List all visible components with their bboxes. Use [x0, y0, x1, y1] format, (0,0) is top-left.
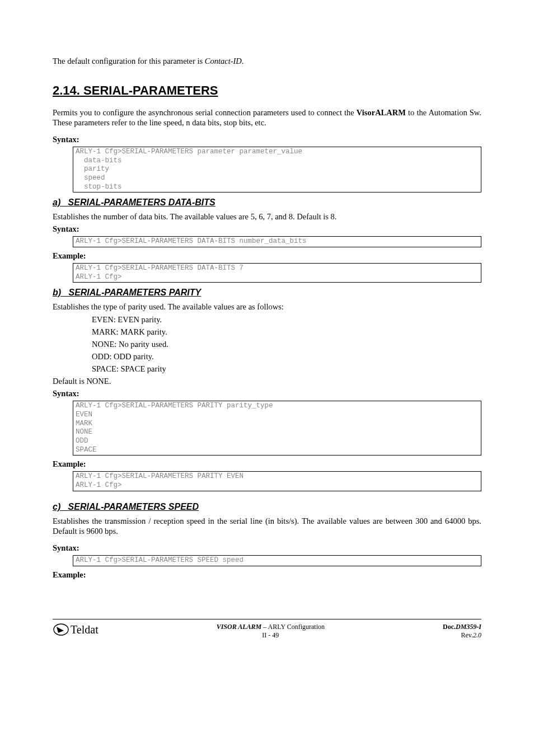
- syntax-code-block: ARLY-1 Cfg>SERIAL-PARAMETERS parameter p…: [73, 147, 481, 192]
- parity-option-mark: MARK: MARK parity.: [92, 327, 481, 337]
- footer-logo-text: Teldat: [71, 623, 99, 637]
- footer-center: VISOR ALARM – ARLY Configuration II - 49: [99, 623, 443, 640]
- footer-rev-label: Rev.: [461, 631, 473, 639]
- section-number: 2.14.: [53, 83, 80, 97]
- subsection-c-desc: Establishes the transmission / reception…: [53, 516, 481, 536]
- footer-rev-value: 2.0: [473, 631, 481, 639]
- intro-text-em: Contact-ID: [205, 57, 242, 65]
- parity-option-space: SPACE: SPACE parity: [92, 364, 481, 374]
- subsection-b-syntax-code: ARLY-1 Cfg>SERIAL-PARAMETERS PARITY pari…: [73, 401, 481, 456]
- subsection-a-syntax-code: ARLY-1 Cfg>SERIAL-PARAMETERS DATA-BITS n…: [73, 236, 481, 247]
- section-desc-pre: Permits you to configure the asynchronou…: [53, 108, 357, 117]
- parity-option-none: NONE: No parity used.: [92, 339, 481, 349]
- section-heading: 2.14. SERIAL-PARAMETERS: [53, 83, 481, 98]
- subsection-b-example-label: Example:: [53, 459, 481, 469]
- subsection-b-example-code: ARLY-1 Cfg>SERIAL-PARAMETERS PARITY EVEN…: [73, 471, 481, 491]
- subsection-c-syntax-code: ARLY-1 Cfg>SERIAL-PARAMETERS SPEED speed: [73, 555, 481, 566]
- page-footer: Teldat VISOR ALARM – ARLY Configuration …: [53, 619, 481, 640]
- subsection-c-syntax-label: Syntax:: [53, 543, 481, 553]
- footer-doc-label: Doc.: [443, 623, 456, 631]
- subsection-c-heading: c) SERIAL-PARAMETERS SPEED: [53, 501, 481, 513]
- syntax-label: Syntax:: [53, 134, 481, 144]
- subsection-a-desc: Establishes the number of data bits. The…: [53, 212, 481, 222]
- intro-text-post: .: [242, 57, 244, 65]
- footer-title-rest: – ARLY Configuration: [261, 623, 325, 631]
- subsection-b-syntax-label: Syntax:: [53, 388, 481, 398]
- subsection-b-default: Default is NONE.: [53, 376, 481, 386]
- footer-title-italic: VISOR ALARM: [217, 623, 262, 631]
- subsection-a-syntax-label: Syntax:: [53, 224, 481, 234]
- section-description: Permits you to configure the asynchronou…: [53, 107, 481, 128]
- parity-option-even: EVEN: EVEN parity.: [92, 314, 481, 325]
- section-desc-bold: VisorALARM: [357, 108, 406, 117]
- subsection-b-letter: b): [53, 288, 61, 297]
- subsection-b-heading: b) SERIAL-PARAMETERS PARITY: [53, 287, 481, 298]
- subsection-a-example-label: Example:: [53, 251, 481, 261]
- subsection-a-example-code: ARLY-1 Cfg>SERIAL-PARAMETERS DATA-BITS 7…: [73, 263, 481, 283]
- parity-option-list: EVEN: EVEN parity. MARK: MARK parity. NO…: [92, 314, 481, 374]
- parity-option-odd: ODD: ODD parity.: [92, 351, 481, 361]
- subsection-c-letter: c): [53, 502, 60, 511]
- intro-text-pre: The default configuration for this param…: [53, 57, 205, 65]
- subsection-a-letter: a): [53, 198, 60, 207]
- section-title: SERIAL-PARAMETERS: [83, 83, 218, 97]
- footer-page-number: II - 49: [99, 631, 443, 640]
- subsection-b-desc: Establishes the type of parity used. The…: [53, 302, 481, 312]
- teldat-logo-icon: [53, 623, 69, 636]
- subsection-c-title: SERIAL-PARAMETERS SPEED: [68, 502, 199, 511]
- subsection-a-title: SERIAL-PARAMETERS DATA-BITS: [68, 198, 216, 207]
- footer-logo: Teldat: [53, 623, 99, 637]
- footer-doc-value: DM359-I: [456, 623, 481, 631]
- subsection-a-heading: a) SERIAL-PARAMETERS DATA-BITS: [53, 197, 481, 208]
- footer-right: Doc.DM359-I Rev.2.0: [443, 623, 481, 640]
- subsection-b-title: SERIAL-PARAMETERS PARITY: [68, 288, 201, 297]
- subsection-c-example-label: Example:: [53, 570, 481, 580]
- intro-paragraph: The default configuration for this param…: [53, 56, 481, 66]
